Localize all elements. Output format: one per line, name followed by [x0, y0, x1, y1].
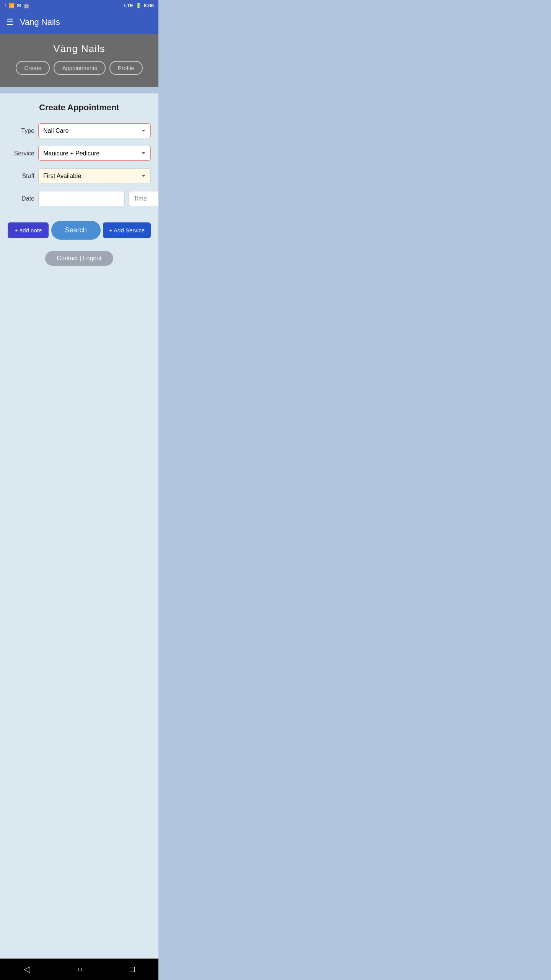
back-button[interactable]: ◁ [24, 964, 30, 974]
logout-link[interactable]: Logout [83, 255, 102, 261]
top-nav: ☰ Vang Nails [0, 11, 158, 34]
profile-button[interactable]: Profile [109, 61, 143, 75]
add-service-button[interactable]: + Add Service [103, 222, 151, 238]
divider [0, 87, 158, 93]
service-select[interactable]: Manicure + Pedicure Manicure Pedicure [38, 146, 151, 161]
home-button[interactable]: ○ [77, 964, 82, 974]
time-input[interactable] [129, 191, 158, 206]
service-row: Service Manicure + Pedicure Manicure Ped… [8, 146, 151, 161]
date-time-row: Date [8, 191, 151, 206]
contact-link[interactable]: Contact [57, 255, 78, 261]
staff-row: Staff First Available Staff 1 Staff 2 [8, 168, 151, 183]
date-label: Date [8, 195, 34, 202]
android-icon: 🤖 [23, 3, 29, 8]
add-note-button[interactable]: + add note [8, 222, 49, 238]
staff-select[interactable]: First Available Staff 1 Staff 2 [38, 168, 151, 183]
message-icon: ✉ [17, 3, 21, 8]
app-title: Vang Nails [20, 17, 60, 27]
action-row: + add note Search + Add Service [8, 221, 151, 240]
recents-button[interactable]: □ [130, 964, 135, 974]
search-button[interactable]: Search [51, 221, 101, 240]
main-content: Create Appointment Type Nail Care Hair S… [0, 93, 158, 959]
menu-icon[interactable]: ☰ [6, 17, 14, 27]
nav-buttons: Create Appointments Profile [16, 61, 142, 75]
network-indicator: LTE [124, 3, 133, 8]
footer-links: Contact | Logout [45, 251, 113, 266]
status-bar-right: LTE 🔋 8:06 [124, 3, 154, 8]
salon-name: Vàng Nails [53, 43, 105, 55]
type-select[interactable]: Nail Care Hair Spa [38, 123, 151, 138]
type-row: Type Nail Care Hair Spa [8, 123, 151, 138]
create-button[interactable]: Create [16, 61, 50, 75]
status-bar: ! 📶 ✉ 🤖 LTE 🔋 8:06 [0, 0, 158, 11]
battery-icon: 🔋 [135, 3, 142, 8]
form-title: Create Appointment [8, 103, 151, 113]
bottom-nav: ◁ ○ □ [0, 959, 158, 980]
header-section: Vàng Nails Create Appointments Profile [0, 34, 158, 87]
clock: 8:06 [144, 3, 154, 8]
status-bar-left: ! 📶 ✉ 🤖 [5, 3, 29, 8]
date-input[interactable] [38, 191, 125, 206]
signal-icon: 📶 [8, 3, 15, 8]
staff-label: Staff [8, 173, 34, 180]
footer-separator: | [80, 255, 83, 261]
notification-icon: ! [5, 3, 6, 8]
appointments-button[interactable]: Appointments [54, 61, 106, 75]
service-label: Service [8, 150, 34, 157]
footer: Contact | Logout [8, 251, 151, 266]
type-label: Type [8, 127, 34, 134]
